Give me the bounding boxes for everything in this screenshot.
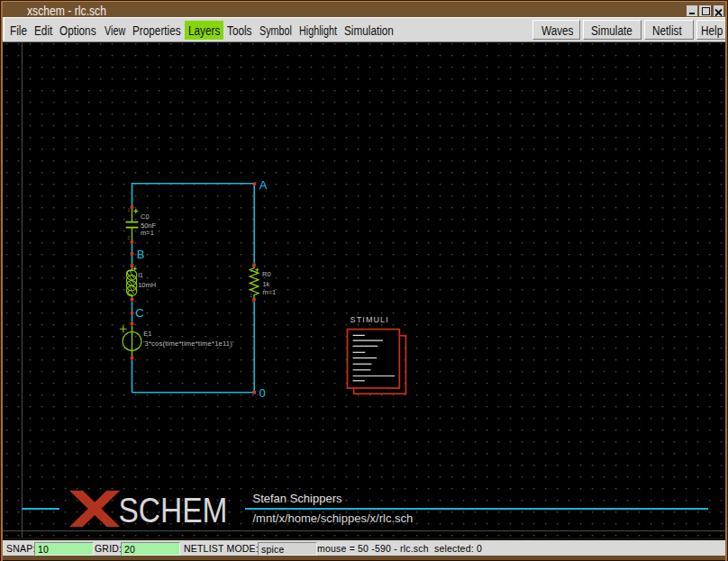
svg-text:1: 1 [128, 208, 131, 213]
svg-text:0: 0 [259, 386, 266, 400]
svg-text:2: 2 [250, 294, 252, 298]
svg-text:2: 2 [128, 236, 131, 240]
svg-text:l1: l1 [138, 271, 143, 279]
svg-text:1k: 1k [262, 280, 269, 288]
svg-text:'3*cos(time*time*time*1e11)': '3*cos(time*time*time*1e11)' [143, 339, 234, 348]
svg-text:R0: R0 [262, 270, 271, 278]
svg-text:C: C [135, 306, 143, 320]
svg-text:C0: C0 [141, 213, 150, 221]
svg-text:E1: E1 [143, 330, 151, 338]
svg-text:A: A [259, 178, 268, 192]
svg-text:m=1: m=1 [141, 229, 154, 237]
svg-text:B: B [137, 248, 145, 261]
svg-text:STIMULI: STIMULI [350, 315, 389, 324]
svg-text:/mnt/x/home/schippes/x/rlc.sch: /mnt/x/home/schippes/x/rlc.sch [253, 511, 414, 525]
svg-text:SCHEM: SCHEM [119, 491, 228, 529]
svg-text:m=1: m=1 [262, 288, 276, 296]
svg-text:Stefan Schippers: Stefan Schippers [253, 492, 343, 505]
svg-text:10mH: 10mH [138, 281, 156, 289]
svg-text:1: 1 [250, 268, 252, 273]
